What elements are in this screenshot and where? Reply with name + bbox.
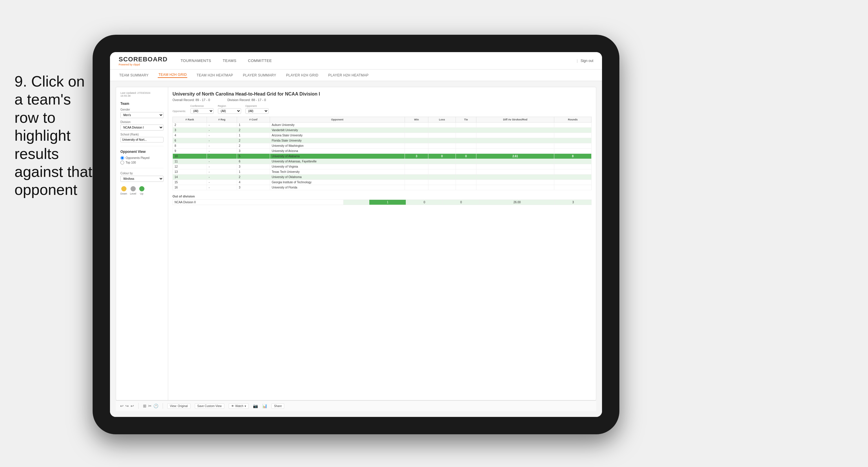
watch-chevron: ▾ <box>245 405 246 408</box>
legend-level: Level <box>130 186 136 195</box>
legend-dot-up <box>139 186 145 192</box>
table-row[interactable]: 3-2Vanderbilt University <box>173 128 592 133</box>
out-div-win: 1 <box>369 200 406 205</box>
table-row[interactable]: 12-3University of Virginia <box>173 164 592 169</box>
table-row[interactable]: 15-4Georgia Institute of Technology <box>173 180 592 185</box>
sidebar: Last Updated: 27/03/2024 16:55:38 Team G… <box>116 87 168 400</box>
top-nav: SCOREBOARD Powered by clippd TOURNAMENTS… <box>110 52 602 69</box>
tab-team-summary[interactable]: TEAM SUMMARY <box>119 73 149 77</box>
radio-top100[interactable]: Top 100 <box>120 161 163 165</box>
table-header: # Rank # Reg # Conf Opponent Win Loss Ti… <box>173 117 592 122</box>
tab-player-h2h-heatmap[interactable]: PLAYER H2H HEATMAP <box>328 73 369 77</box>
overall-record: Overall Record: 89 - 17 - 0 <box>173 98 210 101</box>
table-row[interactable]: 4-1Arizona State University <box>173 133 592 138</box>
camera-icon[interactable]: 📷 <box>253 404 258 408</box>
out-div-loss: 0 <box>406 200 443 205</box>
crop-icon[interactable]: ✂ <box>148 404 152 408</box>
table-row[interactable]: 11-6University of Arkansas, Fayetteville <box>173 159 592 164</box>
dashboard-panel: Last Updated: 27/03/2024 16:55:38 Team G… <box>116 87 596 401</box>
undo-alt-icon[interactable]: ↩ <box>130 404 134 408</box>
conference-filter: Conference (All) <box>190 105 214 114</box>
tab-player-summary[interactable]: PLAYER SUMMARY <box>242 73 277 77</box>
col-reg: # Reg <box>207 117 237 122</box>
opponent-filter: Opponent (All) <box>245 105 269 114</box>
colour-by-select[interactable]: Win/loss <box>120 176 163 182</box>
tablet-device: SCOREBOARD Powered by clippd TOURNAMENTS… <box>93 35 619 434</box>
out-div-diff: 26.00 <box>479 200 555 205</box>
sidebar-gender-label: Gender <box>120 108 163 111</box>
conference-select[interactable]: (All) <box>190 108 214 114</box>
out-div-division: NCAA Division II <box>173 200 344 205</box>
out-div-row[interactable]: NCAA Division II 1 0 0 26.00 3 <box>173 200 592 205</box>
table-row[interactable]: 9-3University of Arizona <box>173 148 592 154</box>
gender-select[interactable]: Men's <box>120 112 163 118</box>
out-div-placeholder <box>344 200 369 205</box>
eye-icon: 👁 <box>231 405 234 408</box>
tab-team-h2h-heatmap[interactable]: TEAM H2H HEATMAP <box>196 73 234 77</box>
table-row[interactable]: 16-3University of Florida <box>173 185 592 190</box>
view-original-button[interactable]: View: Original <box>167 403 190 409</box>
clock-icon[interactable]: 🕐 <box>153 404 158 408</box>
out-div-tie: 0 <box>443 200 479 205</box>
records-row: Overall Record: 89 - 17 - 0 Division Rec… <box>173 98 592 101</box>
opponent-filter-label: Opponent <box>245 105 269 108</box>
legend-up: Up <box>139 186 145 195</box>
conference-filter-label: Conference <box>190 105 214 108</box>
col-loss: Loss <box>428 117 456 122</box>
legend-down: Down <box>120 186 127 195</box>
bottom-toolbar: ↩ ↪ ↩ ⊞ ✂ 🕐 View: Original Save Custom V… <box>116 401 596 411</box>
instruction-text: 9. Click on a team's row to highlight re… <box>14 72 95 199</box>
sidebar-division-label: Division <box>120 120 163 124</box>
logo-area: SCOREBOARD Powered by clippd <box>119 56 167 66</box>
opponent-view-label: Opponent View <box>120 150 163 154</box>
legend-dot-level <box>130 186 136 192</box>
undo-icon[interactable]: ↩ <box>120 404 124 408</box>
table-row[interactable]: 13-1Texas Tech University <box>173 169 592 175</box>
radio-group: Opponents Played Top 100 <box>120 156 163 165</box>
table-row[interactable]: 6-2Florida State University <box>173 138 592 143</box>
legend: Down Level Up <box>120 186 163 195</box>
h2h-table: # Rank # Reg # Conf Opponent Win Loss Ti… <box>173 117 592 190</box>
toolbar-sep-2 <box>163 403 163 409</box>
tab-team-h2h-grid[interactable]: TEAM H2H GRID <box>158 73 187 78</box>
logo-scoreboard: SCOREBOARD <box>119 56 167 63</box>
table-row[interactable]: 2-1Auburn University <box>173 122 592 128</box>
instruction-number: 9. <box>14 73 27 90</box>
colour-by-label: Colour by <box>120 172 163 175</box>
present-icon[interactable]: 📊 <box>262 404 267 408</box>
fit-icon[interactable]: ⊞ <box>143 404 147 408</box>
table-row[interactable]: 10-5University of Alabama3002.618 <box>173 154 592 159</box>
col-win: Win <box>405 117 428 122</box>
watch-button[interactable]: 👁 Watch ▾ <box>229 403 249 409</box>
content-area: University of North Carolina Head-to-Hea… <box>168 87 596 400</box>
nav-items: TOURNAMENTS TEAMS COMMITTEE <box>179 58 577 63</box>
nav-committee[interactable]: COMMITTEE <box>247 58 274 63</box>
out-of-division-label: Out of division <box>173 195 592 198</box>
tablet-screen: SCOREBOARD Powered by clippd TOURNAMENTS… <box>110 52 602 417</box>
region-select[interactable]: (All) <box>218 108 241 114</box>
table-row[interactable]: 14-2University of Oklahoma <box>173 175 592 180</box>
opponents-label: Opponents: <box>173 110 186 113</box>
save-custom-view-button[interactable]: Save Custom View <box>195 403 224 409</box>
tab-player-h2h-grid[interactable]: PLAYER H2H GRID <box>285 73 319 77</box>
tools-group: ⊞ ✂ 🕐 <box>143 404 158 408</box>
opponent-select[interactable]: (All) <box>245 108 269 114</box>
share-button[interactable]: Share <box>272 403 284 409</box>
sign-out-button[interactable]: Sign out <box>577 59 593 63</box>
sidebar-timestamp: Last Updated: 27/03/2024 16:55:38 <box>120 91 163 97</box>
sidebar-team-label: Team <box>120 101 163 106</box>
col-conf: # Conf <box>237 117 270 122</box>
nav-tournaments[interactable]: TOURNAMENTS <box>179 58 213 63</box>
instruction-body: Click on a team's row to highlight resul… <box>14 73 92 198</box>
col-opponent: Opponent <box>270 117 405 122</box>
table-row[interactable]: 8-2University of Washington <box>173 143 592 148</box>
school-input[interactable] <box>120 137 163 142</box>
nav-teams[interactable]: TEAMS <box>221 58 238 63</box>
region-filter: Region (All) <box>218 105 241 114</box>
redo-icon[interactable]: ↪ <box>125 404 129 408</box>
legend-dot-down <box>121 186 126 192</box>
logo-powered: Powered by clippd <box>119 63 167 66</box>
col-tie: Tie <box>456 117 476 122</box>
division-select[interactable]: NCAA Division I <box>120 124 163 130</box>
radio-opponents-played[interactable]: Opponents Played <box>120 156 163 160</box>
